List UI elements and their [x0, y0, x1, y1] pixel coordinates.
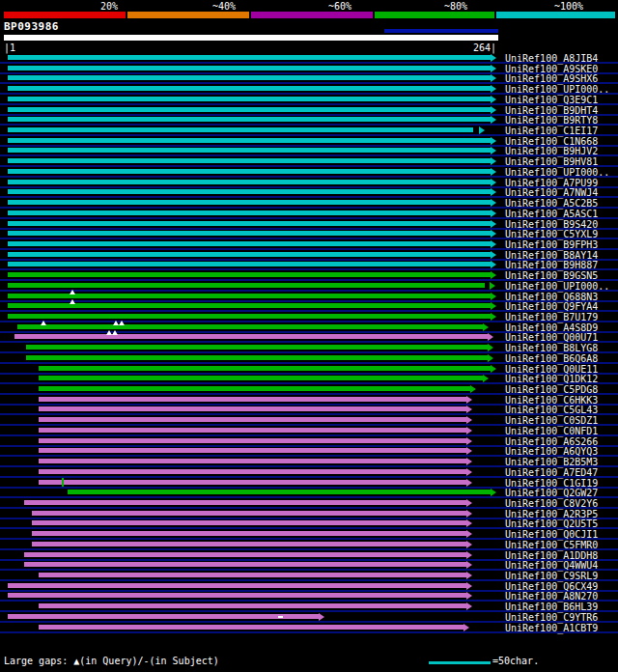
alignment-bar[interactable]	[8, 180, 491, 184]
hit-accession-label[interactable]: UniRef100_B8LYG8	[505, 343, 598, 353]
alignment-bar[interactable]	[39, 480, 466, 485]
alignment-bar[interactable]	[14, 334, 488, 339]
alignment-bar[interactable]	[39, 459, 466, 463]
hit-accession-label[interactable]: UniRef100_A2R3P5	[505, 509, 598, 519]
alignment-bar[interactable]	[68, 490, 491, 494]
alignment-bar[interactable]	[8, 138, 491, 143]
hit-accession-label[interactable]: UniRef100_A5ASC1	[505, 209, 598, 219]
hit-accession-label[interactable]: UniRef100_Q2U5T5	[505, 518, 598, 529]
hit-accession-label[interactable]: UniRef100_C0NFD1	[505, 426, 598, 436]
alignment-bar[interactable]	[8, 148, 491, 153]
alignment-bar[interactable]	[32, 531, 466, 536]
alignment-bar[interactable]	[8, 66, 491, 70]
alignment-bar[interactable]	[26, 355, 488, 360]
alignment-bar[interactable]	[32, 520, 466, 525]
alignment-bar[interactable]	[32, 542, 466, 546]
alignment-bar[interactable]	[8, 614, 319, 619]
hit-accession-label[interactable]: UniRef100_Q2GW27	[505, 488, 598, 498]
hit-accession-label[interactable]: UniRef100_A6QYQ3	[505, 446, 598, 457]
alignment-bar[interactable]	[17, 324, 483, 329]
hit-accession-label[interactable]: UniRef100_A1CBT9	[505, 623, 598, 633]
alignment-bar[interactable]	[8, 55, 491, 60]
hit-accession-label[interactable]: UniRef100_A7NWJ4	[505, 187, 598, 198]
hit-accession-label[interactable]: UniRef100_A4S8D9	[505, 322, 598, 333]
hit-accession-label[interactable]: UniRef100_C9YTR6	[505, 612, 598, 623]
alignment-bar[interactable]	[8, 158, 491, 163]
hit-accession-label[interactable]: UniRef100_Q3E9C1	[505, 95, 598, 105]
hit-accession-label[interactable]: UniRef100_B9RTY8	[505, 115, 598, 126]
hit-accession-label[interactable]: UniRef100_UPI000..	[505, 167, 609, 178]
hit-accession-label[interactable]: UniRef100_B9HJV2	[505, 146, 598, 156]
hit-accession-label[interactable]: UniRef100_A5C2B5	[505, 198, 598, 209]
alignment-bar[interactable]	[8, 210, 491, 215]
hit-accession-label[interactable]: UniRef100_A9SHX6	[505, 73, 598, 84]
hit-accession-label[interactable]: UniRef100_B9H887	[505, 260, 598, 270]
hit-accession-label[interactable]: UniRef100_C8V2Y6	[505, 498, 598, 509]
alignment-bar[interactable]	[39, 366, 491, 371]
hit-accession-label[interactable]: UniRef100_C5GL43	[505, 405, 598, 415]
hit-accession-label[interactable]: UniRef100_C0SDZ1	[505, 415, 598, 426]
hit-accession-label[interactable]: UniRef100_Q00U71	[505, 332, 598, 343]
alignment-bar[interactable]	[32, 511, 466, 516]
alignment-bar[interactable]	[8, 314, 491, 319]
hit-accession-label[interactable]: UniRef100_A6S266	[505, 436, 598, 447]
alignment-bar[interactable]	[8, 200, 491, 205]
alignment-bar[interactable]	[24, 562, 466, 567]
alignment-bar[interactable]	[8, 169, 491, 174]
alignment-bar[interactable]	[39, 428, 466, 433]
alignment-bar[interactable]	[8, 241, 491, 246]
hit-accession-label[interactable]: UniRef100_C5FMR0	[505, 540, 598, 550]
alignment-bar[interactable]	[24, 552, 466, 557]
alignment-bar[interactable]	[39, 448, 466, 453]
alignment-bar[interactable]	[8, 593, 466, 598]
alignment-bar[interactable]	[26, 345, 488, 350]
hit-accession-label[interactable]: UniRef100_C6HKK3	[505, 395, 598, 406]
hit-accession-label[interactable]: UniRef100_C1N668	[505, 136, 598, 147]
hit-accession-label[interactable]: UniRef100_B9DHT4	[505, 105, 598, 116]
hit-accession-label[interactable]: UniRef100_Q0CJI1	[505, 529, 598, 540]
alignment-bar[interactable]	[8, 86, 491, 91]
alignment-bar[interactable]	[39, 573, 466, 577]
hit-accession-label[interactable]: UniRef100_C5YXL9	[505, 229, 598, 239]
hit-accession-label[interactable]: UniRef100_Q0UE11	[505, 364, 598, 375]
hit-accession-label[interactable]: UniRef100_B8AY14	[505, 250, 598, 261]
hit-accession-label[interactable]: UniRef100_B9HV81	[505, 156, 598, 167]
hit-accession-label[interactable]: UniRef100_B6HL39	[505, 602, 598, 612]
hit-accession-label[interactable]: UniRef100_UPI000..	[505, 84, 609, 95]
hit-accession-label[interactable]: UniRef100_B6Q6A8	[505, 353, 598, 364]
alignment-bar[interactable]	[8, 189, 491, 194]
hit-accession-label[interactable]: UniRef100_A8N270	[505, 591, 598, 602]
alignment-bar[interactable]	[8, 303, 491, 308]
alignment-bar[interactable]	[8, 221, 491, 226]
alignment-bar[interactable]	[8, 75, 491, 80]
hit-accession-label[interactable]: UniRef100_UPI000..	[505, 281, 609, 292]
hit-accession-label[interactable]: UniRef100_B2B5M3	[505, 457, 598, 467]
hit-accession-label[interactable]: UniRef100_Q9FYA4	[505, 301, 598, 312]
hit-accession-label[interactable]: UniRef100_A9SKE0	[505, 64, 598, 74]
alignment-bar[interactable]	[8, 97, 491, 101]
alignment-bar[interactable]	[39, 469, 466, 474]
alignment-bar[interactable]	[8, 283, 485, 288]
hit-accession-label[interactable]: UniRef100_C5PDG8	[505, 384, 598, 395]
alignment-bar[interactable]	[39, 386, 470, 391]
hit-accession-label[interactable]: UniRef100_Q6CX49	[505, 581, 598, 592]
alignment-bar[interactable]	[39, 406, 466, 411]
hit-accession-label[interactable]: UniRef100_Q4WWU4	[505, 560, 598, 571]
alignment-bar[interactable]	[8, 294, 491, 298]
hit-accession-label[interactable]: UniRef100_Q1DK12	[505, 374, 598, 384]
alignment-bar[interactable]	[8, 127, 473, 132]
hit-accession-label[interactable]: UniRef100_A7PU99	[505, 178, 598, 188]
hit-accession-label[interactable]: UniRef100_A1DDH8	[505, 550, 598, 561]
alignment-bar[interactable]	[39, 417, 466, 422]
hit-accession-label[interactable]: UniRef100_A8JIB4	[505, 53, 598, 64]
hit-accession-label[interactable]: UniRef100_C1GI19	[505, 478, 598, 489]
alignment-bar[interactable]	[8, 583, 466, 588]
hit-accession-label[interactable]: UniRef100_B7U179	[505, 312, 598, 322]
alignment-bar[interactable]	[39, 438, 466, 443]
hit-accession-label[interactable]: UniRef100_B9S420	[505, 219, 598, 230]
alignment-bar[interactable]	[39, 376, 483, 380]
alignment-bar[interactable]	[8, 231, 491, 236]
alignment-bar[interactable]	[8, 272, 491, 277]
hit-accession-label[interactable]: UniRef100_B9GSN5	[505, 270, 598, 281]
alignment-bar[interactable]	[8, 117, 491, 122]
